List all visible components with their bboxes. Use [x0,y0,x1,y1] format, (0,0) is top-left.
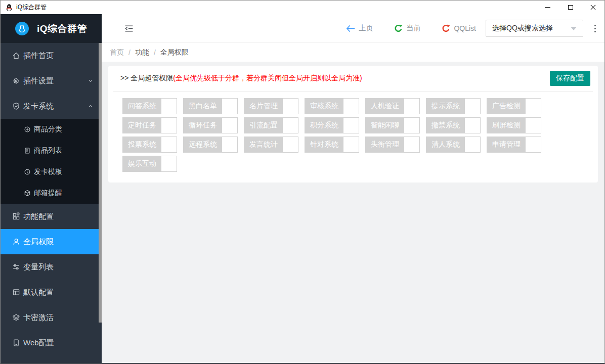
sidebar-subitem-card-template[interactable]: 发卡模板 [1,161,102,183]
sidebar-menu: 插件首页 插件设置 [1,43,102,355]
permission-label: 申请管理 [487,137,526,152]
refresh-icon-green [394,24,403,33]
sliders-icon [12,263,20,271]
checkbox-box [222,137,237,152]
permission-checkbox[interactable]: 智能闲聊 [365,117,420,133]
breadcrumb-current: 全局权限 [160,48,189,57]
chevron-down-icon [88,78,94,84]
sidebar-item-web-config[interactable]: Web配置 [1,330,102,355]
permission-label: 定时任务 [123,118,161,133]
info-circle-icon [24,168,31,175]
permission-checkbox[interactable]: 发言统计 [244,136,298,153]
permission-checkbox[interactable]: 撤禁系统 [426,117,481,133]
maximize-icon [568,5,573,10]
permission-label: 头衔管理 [366,137,404,152]
sidebar-item-plugin-home[interactable]: 插件首页 [1,43,102,68]
sidebar-item-label: 卡密激活 [23,313,54,323]
main-content: 上页 当前 [102,14,604,363]
permission-checkbox[interactable]: 头衔管理 [365,136,420,153]
permission-checkbox[interactable]: 清人系统 [426,136,481,153]
permission-label: 发言统计 [244,137,283,152]
refresh-current-button[interactable]: 当前 [394,24,420,33]
sidebar-subitem-goods-list[interactable]: 商品列表 [1,140,102,161]
checkbox-box [161,137,177,152]
permission-checkbox[interactable]: 申请管理 [487,136,541,153]
permission-label: 针对系统 [305,137,343,152]
section-title: >> 全局超管权限(全局优先级低于分群，若分群关闭但全局开启则以全局为准) [120,74,362,83]
back-page-button[interactable]: 上页 [346,24,373,33]
checkbox-box [465,118,480,133]
permission-checkbox[interactable]: 定时任务 [122,117,177,133]
top-toolbar: 上页 当前 [102,14,604,43]
permission-checkbox[interactable]: 名片管理 [244,98,298,114]
sidebar-item-function-config[interactable]: 功能配置 [1,204,102,229]
card-header: >> 全局超管权限(全局优先级低于分群，若分群关闭但全局开启则以全局为准) 保存… [108,66,598,91]
permission-label: 智能闲聊 [366,118,404,133]
permission-checkbox[interactable]: 循环任务 [183,117,238,133]
checkbox-box [526,118,541,133]
minimize-button[interactable] [536,1,559,14]
user-icon [12,238,20,246]
permission-checkbox[interactable]: 引流配置 [244,117,298,133]
section-warning-text: (全局优先级低于分群，若分群关闭但全局开启则以全局为准) [173,74,362,82]
breadcrumb-home[interactable]: 首页 [110,48,124,57]
penguin-logo-icon [17,24,27,33]
shield-check-icon [12,102,20,111]
breadcrumb: 首页 / 功能 / 全局权限 [102,43,604,62]
checkbox-box [526,99,541,114]
sidebar-subitem-goods-category[interactable]: 商品分类 [1,119,102,140]
permission-label: 广告检测 [487,99,526,114]
permission-checkbox[interactable]: 针对系统 [305,136,359,153]
maximize-button[interactable] [559,1,582,14]
permission-checkbox[interactable]: 问答系统 [122,98,177,114]
permission-checkbox[interactable]: 人机验证 [365,98,420,114]
sidebar-item-card-system[interactable]: 发卡系统 [1,94,102,119]
app-window: iQ综合群管 iQ综合群管 插件首页 [0,0,605,364]
checkbox-box [404,99,419,114]
sidebar-scrollbar-thumb[interactable] [99,43,102,323]
sidebar-logo-text: iQ综合群管 [37,22,87,35]
save-config-button[interactable]: 保存配置 [550,71,590,86]
sidebar-item-card-key-activation[interactable]: 卡密激活 [1,305,102,330]
section-title-text: >> 全局超管权限 [120,74,173,82]
window-title: iQ综合群管 [16,3,47,12]
sidebar-item-plugin-settings[interactable]: 插件设置 [1,68,102,94]
dot [594,28,596,29]
checkbox-box [283,137,298,152]
permission-label: 黑白名单 [184,99,222,114]
permission-checkbox[interactable]: 娱乐互动 [122,156,177,172]
qq-select-dropdown[interactable]: 选择QQ或搜索选择 [486,20,583,37]
dot [594,25,596,26]
close-button[interactable] [582,1,604,14]
permission-checkbox[interactable]: 刷屏检测 [487,117,541,133]
sidebar-header: iQ综合群管 [1,14,102,43]
global-permission-card: >> 全局超管权限(全局优先级低于分群，若分群关闭但全局开启则以全局为准) 保存… [108,66,598,183]
refresh-current-label: 当前 [406,24,420,33]
sidebar-item-label: 商品列表 [34,146,62,155]
checkbox-box [465,99,480,114]
sidebar-item-default-config[interactable]: 默认配置 [1,280,102,305]
checkbox-box [343,137,359,152]
sidebar-item-variable-list[interactable]: 变量列表 [1,254,102,280]
cube-icon [24,190,31,197]
sidebar-item-label: 发卡模板 [34,167,62,176]
chevron-up-icon [88,103,94,109]
permission-checkbox[interactable]: 远程系统 [183,136,238,153]
close-icon [590,5,596,10]
collapse-sidebar-button[interactable] [124,24,134,33]
permission-checkbox[interactable]: 积分系统 [305,117,359,133]
permission-label: 引流配置 [244,118,283,133]
more-options-button[interactable] [594,24,596,33]
permission-label: 刷屏检测 [487,118,526,133]
permission-checkbox[interactable]: 黑白名单 [183,98,238,114]
sidebar-subitem-mail-reminder[interactable]: 邮箱提醒 [1,183,102,204]
permission-checkbox[interactable]: 投票系统 [122,136,177,153]
permission-checkbox[interactable]: 提示系统 [426,98,481,114]
breadcrumb-separator: / [154,49,156,57]
permission-checkbox[interactable]: 广告检测 [487,98,541,114]
checkbox-box [343,99,359,114]
refresh-qqlist-button[interactable]: QQList [442,24,476,33]
sidebar-item-global-permission[interactable]: 全局权限 [1,229,102,254]
breadcrumb-separator: / [128,49,131,57]
permission-checkbox[interactable]: 审核系统 [305,98,359,114]
